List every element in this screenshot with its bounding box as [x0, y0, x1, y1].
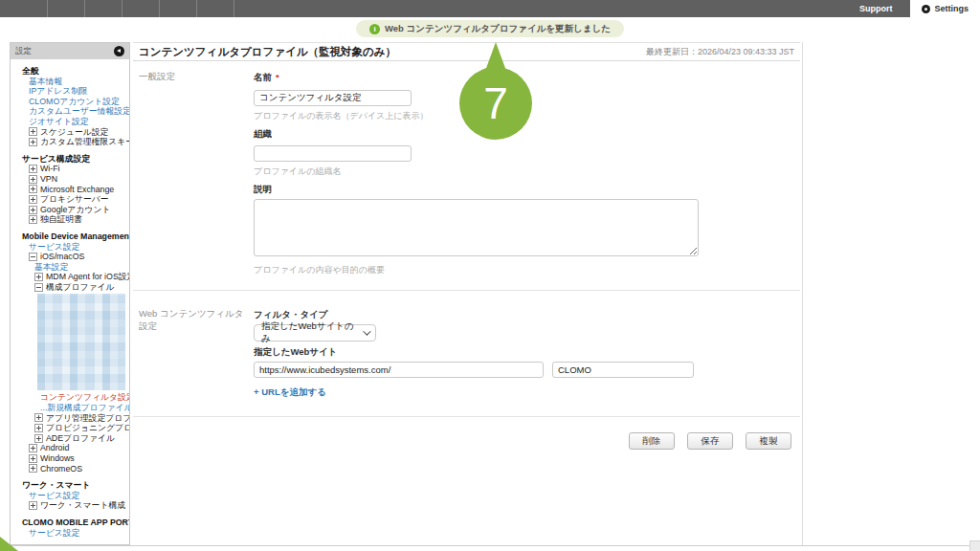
tree-toggle-icon[interactable]: [29, 464, 37, 473]
org-helper: プロファイルの組織名: [254, 165, 800, 178]
tree-toggle-icon[interactable]: [29, 215, 37, 224]
sidebar-item[interactable]: Windows: [11, 453, 129, 464]
nav-item[interactable]: [48, 0, 85, 17]
sidebar-item[interactable]: コンテンツフィルタ設定: [11, 392, 129, 403]
tree-toggle-icon[interactable]: [29, 253, 37, 261]
sidebar-item[interactable]: ジオサイト設定: [11, 117, 129, 127]
required-mark: *: [276, 72, 279, 82]
tree-toggle-icon[interactable]: [34, 273, 43, 281]
sidebar-item-header: CLOMO MOBILE APP PORTAL: [11, 518, 129, 528]
sidebar-item[interactable]: プロビジョニングプロファイル: [11, 423, 129, 433]
filter-type-select[interactable]: 指定したWebサイトのみ: [254, 324, 376, 342]
description-textarea[interactable]: [254, 199, 699, 256]
sidebar-item[interactable]: ChromeOS: [11, 464, 129, 474]
gear-icon: [922, 5, 930, 13]
description-helper: プロファイルの内容や目的の概要: [254, 264, 800, 276]
add-url-link[interactable]: + URLを追加する: [254, 386, 800, 399]
tree-toggle-icon[interactable]: [34, 434, 43, 443]
description-label: 説明: [254, 184, 800, 196]
settings-tree: 全般 基本情報 IPアドレス制限 CLOMOアカウント設定 カスタムユーザー情報…: [11, 59, 129, 538]
site-name-input[interactable]: [552, 362, 694, 378]
org-input[interactable]: [254, 145, 412, 162]
tree-toggle-icon[interactable]: [29, 185, 37, 193]
sidebar-item[interactable]: カスタム管理権限スキーム設定: [11, 137, 129, 147]
vertical-divider: [802, 42, 803, 545]
sidebar-item[interactable]: iOS/macOS: [11, 252, 129, 262]
notification-banner: i Web コンテンツフィルタプロファイルを更新しました: [356, 20, 624, 37]
main-menu: [0, 0, 234, 17]
tree-toggle-icon[interactable]: [29, 501, 37, 510]
scrollbar-corner: [969, 540, 980, 551]
name-input[interactable]: [254, 90, 412, 106]
sidebar-item[interactable]: サービス設定: [11, 528, 129, 539]
sidebar-item[interactable]: ワーク・スマート構成: [11, 500, 129, 511]
tree-toggle-icon[interactable]: [29, 195, 37, 204]
nav-item[interactable]: [0, 0, 48, 17]
tree-toggle-icon[interactable]: [29, 444, 37, 452]
success-info-icon: i: [369, 24, 380, 34]
sidebar-item[interactable]: 基本設定: [11, 262, 129, 273]
general-settings-row: 一般設定 名前* プロファイルの表示名（デバイス上に表示） 組織 プロファイルの…: [133, 61, 800, 282]
sidebar-item[interactable]: スケジュール設定: [11, 127, 129, 138]
duplicate-button[interactable]: 複製: [746, 432, 791, 450]
nav-item[interactable]: [85, 0, 122, 17]
sidebar-item[interactable]: VPN: [11, 174, 129, 185]
tree-toggle-icon[interactable]: [34, 413, 43, 422]
sidebar-item[interactable]: 独自証明書: [11, 214, 129, 225]
general-section-label: 一般設定: [133, 61, 254, 282]
sidebar-item[interactable]: Googleアカウント: [11, 205, 129, 215]
save-button[interactable]: 保存: [687, 432, 733, 450]
sidebar-item[interactable]: IPアドレス制限: [11, 86, 129, 97]
buttons-divider: [133, 416, 800, 417]
last-updated: 最終更新日：2026/04/23 09:43:33 JST: [646, 46, 794, 58]
main-header: コンテンツフィルタプロファイル（監視対象のみ） 最終更新日：2026/04/23…: [133, 43, 800, 61]
sites-label: 指定したWebサイト: [254, 346, 800, 359]
tree-toggle-icon[interactable]: [29, 454, 37, 463]
nav-item[interactable]: [197, 0, 234, 17]
sidebar-item[interactable]: CLOMOアカウント設定: [11, 97, 129, 107]
tree-toggle-icon[interactable]: [29, 165, 37, 173]
sidebar-item[interactable]: Microsoft Exchange: [11, 185, 129, 195]
sidebar-collapse-button[interactable]: [114, 46, 124, 56]
settings-sidebar: 設定 全般 基本情報 IPアドレス制限 CLOMOアカウント設定 カスタムユーザ…: [10, 42, 130, 545]
filter-type-value: 指定したWebサイトのみ: [261, 320, 363, 345]
sidebar-item[interactable]: カスタムユーザー情報設定: [11, 106, 129, 117]
notification-text: Web コンテンツフィルタプロファイルを更新しました: [385, 23, 611, 35]
topnav-right: Support Settings: [841, 0, 980, 17]
tree-toggle-icon[interactable]: [34, 283, 43, 292]
sidebar-item[interactable]: アプリ管理設定プロファイル: [11, 413, 129, 424]
sidebar-item-header: ワーク・スマート: [11, 480, 129, 491]
sidebar-item[interactable]: MDM Agent for iOS設定: [11, 272, 129, 282]
webfilter-settings-row: Web コンテンツフィルタ 設定 フィルタ・タイプ 指定したWebサイトのみ 指…: [133, 298, 800, 408]
corner-marker-sliver: [0, 537, 18, 551]
tree-toggle-icon[interactable]: [29, 138, 37, 146]
help-sidebar: [810, 46, 972, 55]
sidebar-item[interactable]: ADEプロファイル: [11, 433, 129, 444]
sidebar-header: 設定: [11, 43, 129, 59]
sidebar-item[interactable]: ...新規構成プロファイルを作成: [11, 403, 129, 413]
section-divider: [133, 290, 800, 291]
sidebar-item[interactable]: Android: [11, 443, 129, 453]
general-fields: 名前* プロファイルの表示名（デバイス上に表示） 組織 プロファイルの組織名 説…: [254, 61, 800, 282]
sidebar-item[interactable]: Wi-Fi: [11, 164, 129, 174]
tab-settings[interactable]: Settings: [910, 0, 980, 17]
sidebar-item[interactable]: プロキシサーバー: [11, 194, 129, 205]
tree-toggle-icon[interactable]: [29, 175, 37, 184]
nav-item[interactable]: [122, 0, 160, 17]
sidebar-item-header: サービス構成設定: [11, 154, 129, 165]
chevron-down-icon: [363, 327, 370, 335]
nav-item[interactable]: [160, 0, 197, 17]
main-content: コンテンツフィルタプロファイル（監視対象のみ） 最終更新日：2026/04/23…: [133, 42, 800, 545]
delete-button[interactable]: 削除: [629, 432, 675, 450]
sidebar-item[interactable]: サービス設定: [11, 491, 129, 501]
sidebar-item[interactable]: 基本情報: [11, 77, 129, 87]
tree-toggle-icon[interactable]: [34, 424, 43, 432]
tree-toggle-icon[interactable]: [29, 127, 37, 136]
tree-toggle-icon[interactable]: [29, 206, 37, 214]
redacted-blur-region: [37, 294, 125, 390]
sidebar-item-header: 全般: [11, 66, 129, 77]
sidebar-item[interactable]: サービス設定: [11, 242, 129, 253]
sidebar-item[interactable]: 構成プロファイル: [11, 282, 129, 293]
nav-support[interactable]: Support: [841, 0, 911, 17]
site-url-input[interactable]: [254, 362, 544, 378]
